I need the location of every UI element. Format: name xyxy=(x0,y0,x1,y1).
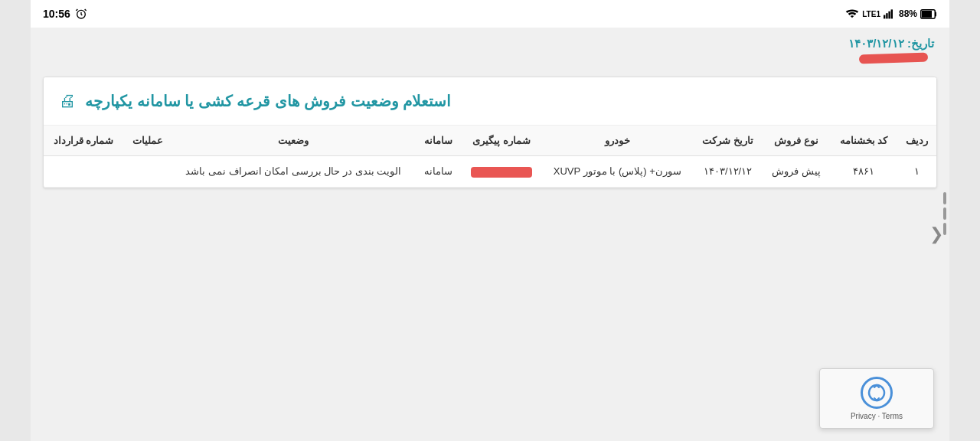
table-header-row: ردیف کد بخشنامه نوع فروش تاریخ شرکت خودر… xyxy=(44,126,936,156)
terms-link[interactable]: Terms xyxy=(882,412,903,420)
col-vehicle: خودرو xyxy=(542,126,693,156)
svg-rect-1 xyxy=(884,15,885,19)
col-system: سامانه xyxy=(415,126,461,156)
card-title-text: استعلام وضعیت فروش های قرعه کشی یا سامان… xyxy=(85,92,451,110)
recaptcha-widget: Privacy · Terms xyxy=(819,368,934,429)
alarm-icon xyxy=(75,8,87,20)
col-contract: شماره قرارداد xyxy=(44,126,123,156)
time-display: 10:56 xyxy=(43,8,70,20)
col-date: تاریخ شرکت xyxy=(693,126,763,156)
cell-sale-type: پیش فروش xyxy=(763,156,830,188)
cell-operations xyxy=(123,156,172,188)
main-card: استعلام وضعیت فروش های قرعه کشی یا سامان… xyxy=(43,77,937,188)
cell-vehicle: سورن+ (پلاس) با موتور XUVP xyxy=(542,156,693,188)
content-area: تاریخ: ۱۴۰۳/۱۲/۱۲ استعلام وضعیت فروش های… xyxy=(31,28,949,441)
results-table: ردیف کد بخشنامه نوع فروش تاریخ شرکت خودر… xyxy=(44,126,936,188)
recaptcha-arrows-icon xyxy=(866,382,887,403)
cell-contract xyxy=(44,156,123,188)
table-wrapper: ردیف کد بخشنامه نوع فروش تاریخ شرکت خودر… xyxy=(44,126,936,188)
recaptcha-icon xyxy=(861,377,893,409)
table-row: ۱ ۴۸۶۱ پیش فروش ۱۴۰۳/۱۲/۱۲ سورن+ (پلاس) … xyxy=(44,156,936,188)
privacy-link[interactable]: Privacy xyxy=(851,412,876,420)
phone-frame: 10:56 LTE1 88% xyxy=(31,0,949,441)
cell-status: الویت بندی در حال بررسی امکان انصراف نمی… xyxy=(172,156,415,188)
date-label: تاریخ: xyxy=(907,37,934,50)
date-header: تاریخ: ۱۴۰۳/۱۲/۱۲ xyxy=(31,28,949,74)
cell-date: ۱۴۰۳/۱۲/۱۲ xyxy=(693,156,763,188)
svg-rect-2 xyxy=(886,13,887,18)
cell-tracking xyxy=(461,156,541,188)
col-status: وضعیت xyxy=(172,126,415,156)
signal-label: LTE1 xyxy=(862,10,880,18)
svg-rect-4 xyxy=(891,9,893,18)
edge-bars xyxy=(943,192,946,235)
svg-rect-6 xyxy=(922,11,932,18)
col-rownum: ردیف xyxy=(897,126,936,156)
col-operations: عملیات xyxy=(123,126,172,156)
cell-rownum: ۱ xyxy=(897,156,936,188)
card-title-row: استعلام وضعیت فروش های قرعه کشی یا سامان… xyxy=(44,77,936,126)
cell-code: ۴۸۶۱ xyxy=(830,156,897,188)
status-bar: 10:56 LTE1 88% xyxy=(31,0,949,28)
col-tracking: شماره پیگیری xyxy=(461,126,541,156)
col-sale-type: نوع فروش xyxy=(763,126,830,156)
svg-rect-3 xyxy=(888,11,890,19)
battery-icon xyxy=(920,9,937,19)
edge-bar-2 xyxy=(943,207,946,220)
status-time: 10:56 xyxy=(43,8,87,20)
wifi-icon xyxy=(845,8,859,19)
print-icon[interactable]: 🖨 xyxy=(59,91,76,111)
redacted-info xyxy=(859,52,928,64)
signal-icon xyxy=(884,8,896,19)
edge-bar-1 xyxy=(943,192,946,204)
cell-system: سامانه xyxy=(415,156,461,188)
status-icons: LTE1 88% xyxy=(845,8,937,19)
edge-bar-3 xyxy=(943,223,946,235)
recaptcha-links: Privacy · Terms xyxy=(829,412,924,420)
date-value: ۱۴۰۳/۱۲/۱۲ xyxy=(848,37,903,50)
nav-arrow[interactable]: ❯ xyxy=(929,224,943,244)
col-code: کد بخشنامه xyxy=(830,126,897,156)
tracking-redacted xyxy=(471,167,532,178)
battery-percent: 88% xyxy=(899,8,917,19)
